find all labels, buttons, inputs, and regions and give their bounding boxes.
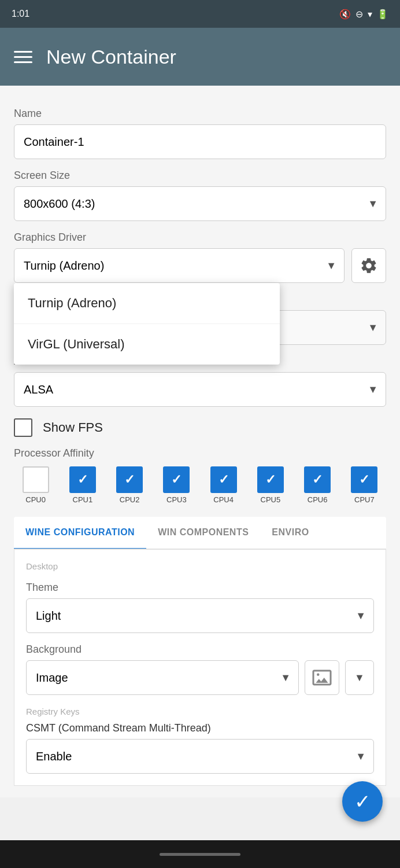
wifi-icon: ▾	[368, 9, 372, 20]
csmt-select[interactable]: Enable Disable	[26, 739, 374, 774]
cpu4-item: ✓ CPU4	[202, 466, 245, 504]
cpu5-check-icon: ✓	[265, 472, 276, 487]
cpu6-label: CPU6	[308, 495, 328, 504]
tab-wine-configuration[interactable]: WINE CONFIGURATION	[14, 517, 146, 550]
menu-icon[interactable]	[14, 51, 32, 63]
cpu6-checkbox[interactable]: ✓	[304, 466, 331, 493]
graphics-driver-label: Graphics Driver	[14, 231, 386, 244]
cpu6-item: ✓ CPU6	[296, 466, 339, 504]
name-input[interactable]	[14, 124, 386, 159]
wine-config-section: Desktop Theme Light Dark System ▼ Backgr…	[14, 550, 386, 786]
cpu4-label: CPU4	[213, 495, 234, 504]
cpu0-label: CPU0	[25, 495, 46, 504]
app-bar: New Container	[0, 28, 400, 86]
bottom-nav-pill	[160, 853, 240, 856]
cpu7-checkbox[interactable]: ✓	[351, 466, 377, 493]
cpu4-check-icon: ✓	[218, 472, 229, 487]
cpu1-item: ✓ CPU1	[61, 466, 104, 504]
graphics-driver-row: Turnip (Adreno) VirGL (Universal) ▼ Turn…	[14, 248, 386, 283]
cpu3-label: CPU3	[166, 495, 187, 504]
cpu3-check-icon: ✓	[171, 472, 182, 487]
cpu2-item: ✓ CPU2	[108, 466, 151, 504]
dropdown-item-turnip[interactable]: Turnip (Adreno)	[14, 283, 280, 324]
cpu1-label: CPU1	[73, 495, 93, 504]
content: Name Screen Size 800x600 (4:3) 1024x768 …	[0, 86, 400, 797]
background-extra-arrow-button[interactable]: ▼	[345, 660, 374, 695]
screen-size-wrapper: 800x600 (4:3) 1024x768 (4:3) 1280x720 (1…	[14, 186, 386, 221]
screen-size-select[interactable]: 800x600 (4:3) 1024x768 (4:3) 1280x720 (1…	[14, 186, 386, 221]
cpu6-check-icon: ✓	[312, 472, 323, 487]
csmt-wrapper: Enable Disable ▼	[26, 739, 374, 774]
cpu7-label: CPU7	[354, 495, 375, 504]
cpu5-checkbox[interactable]: ✓	[257, 466, 284, 493]
audio-driver-select[interactable]: ALSA PulseAudio None	[14, 372, 386, 407]
cpu5-item: ✓ CPU5	[249, 466, 292, 504]
cpu7-check-icon: ✓	[359, 472, 369, 487]
image-icon	[312, 667, 332, 688]
show-fps-checkbox[interactable]	[14, 418, 32, 437]
cpu0-checkbox[interactable]	[23, 466, 49, 493]
cpu0-item: CPU0	[14, 466, 57, 504]
tab-enviro[interactable]: ENVIRO	[260, 517, 320, 550]
graphics-driver-select[interactable]: Turnip (Adreno) VirGL (Universal)	[14, 248, 345, 283]
cpu3-checkbox[interactable]: ✓	[163, 466, 190, 493]
cpu7-item: ✓ CPU7	[343, 466, 386, 504]
dropdown-item-virgl[interactable]: VirGL (Universal)	[14, 324, 280, 365]
cpu3-item: ✓ CPU3	[155, 466, 198, 504]
background-image-button[interactable]	[305, 660, 339, 695]
cpu4-checkbox[interactable]: ✓	[210, 466, 237, 493]
audio-driver-wrapper: ALSA PulseAudio None ▼	[14, 372, 386, 407]
tab-win-components[interactable]: WIN COMPONENTS	[146, 517, 260, 550]
graphics-settings-button[interactable]	[351, 248, 386, 283]
confirm-check-icon: ✓	[354, 790, 371, 813]
confirm-fab[interactable]: ✓	[342, 781, 383, 822]
gear-icon	[360, 256, 378, 275]
tabs-container: WINE CONFIGURATION WIN COMPONENTS ENVIRO	[14, 517, 386, 550]
status-icons: 🔇 ⊖ ▾ 🔋	[339, 9, 388, 20]
background-label: Background	[26, 643, 374, 656]
show-fps-row: Show FPS	[14, 418, 386, 437]
background-select-wrapper: Image Color None ▼	[26, 660, 299, 695]
status-bar: 1:01 🔇 ⊖ ▾ 🔋	[0, 0, 400, 28]
show-fps-label: Show FPS	[43, 420, 103, 435]
bottom-nav-bar	[0, 840, 400, 868]
cpu1-check-icon: ✓	[77, 472, 88, 487]
screen-size-label: Screen Size	[14, 170, 386, 182]
app-bar-title: New Container	[46, 46, 176, 68]
svg-point-0	[317, 674, 320, 676]
cpu2-check-icon: ✓	[124, 472, 135, 487]
battery-icon: 🔋	[377, 9, 388, 20]
background-row: Image Color None ▼ ▼	[26, 660, 374, 695]
cpu5-label: CPU5	[261, 495, 281, 504]
cpu-grid: CPU0 ✓ CPU1 ✓ CPU2 ✓ CPU3 ✓ CPU4	[14, 466, 386, 504]
theme-select[interactable]: Light Dark System	[26, 598, 374, 633]
theme-label: Theme	[26, 582, 374, 594]
background-select[interactable]: Image Color None	[26, 660, 299, 695]
cpu1-checkbox[interactable]: ✓	[69, 466, 96, 493]
graphics-select-wrapper: Turnip (Adreno) VirGL (Universal) ▼ Turn…	[14, 248, 345, 283]
block-icon: ⊖	[355, 9, 363, 20]
theme-wrapper: Light Dark System ▼	[26, 598, 374, 633]
csmt-label: CSMT (Command Stream Multi-Thread)	[26, 722, 374, 734]
cpu2-checkbox[interactable]: ✓	[116, 466, 143, 493]
desktop-section-header: Desktop	[26, 561, 374, 571]
processor-affinity-label: Processor Affinity	[14, 447, 386, 459]
cpu2-label: CPU2	[120, 495, 140, 504]
graphics-dropdown: Turnip (Adreno) VirGL (Universal)	[14, 283, 280, 365]
registry-keys-header: Registry Keys	[26, 707, 374, 716]
background-extra-arrow-icon: ▼	[354, 672, 365, 684]
mute-icon: 🔇	[339, 9, 351, 20]
name-label: Name	[14, 108, 386, 120]
status-time: 1:01	[12, 9, 29, 19]
